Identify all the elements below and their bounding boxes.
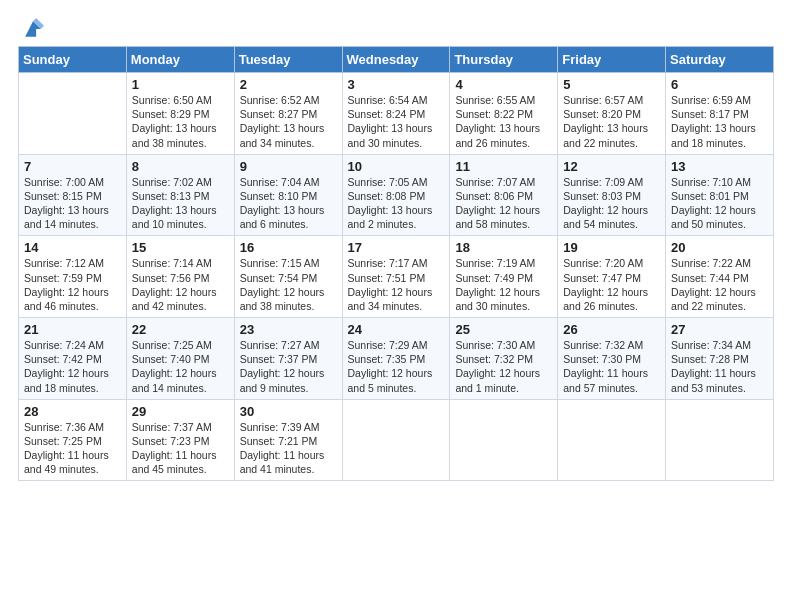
day-number: 6 — [671, 77, 768, 92]
day-number: 7 — [24, 159, 121, 174]
calendar-cell: 13Sunrise: 7:10 AM Sunset: 8:01 PM Dayli… — [666, 154, 774, 236]
day-number: 23 — [240, 322, 337, 337]
day-number: 17 — [348, 240, 445, 255]
day-number: 8 — [132, 159, 229, 174]
calendar-cell: 28Sunrise: 7:36 AM Sunset: 7:25 PM Dayli… — [19, 399, 127, 481]
weekday-header-monday: Monday — [126, 47, 234, 73]
cell-info: Sunrise: 7:00 AM Sunset: 8:15 PM Dayligh… — [24, 175, 121, 232]
day-number: 9 — [240, 159, 337, 174]
cell-info: Sunrise: 7:25 AM Sunset: 7:40 PM Dayligh… — [132, 338, 229, 395]
day-number: 20 — [671, 240, 768, 255]
cell-info: Sunrise: 7:12 AM Sunset: 7:59 PM Dayligh… — [24, 256, 121, 313]
calendar-cell: 10Sunrise: 7:05 AM Sunset: 8:08 PM Dayli… — [342, 154, 450, 236]
weekday-header-saturday: Saturday — [666, 47, 774, 73]
cell-info: Sunrise: 6:55 AM Sunset: 8:22 PM Dayligh… — [455, 93, 552, 150]
week-row-4: 21Sunrise: 7:24 AM Sunset: 7:42 PM Dayli… — [19, 318, 774, 400]
cell-info: Sunrise: 6:50 AM Sunset: 8:29 PM Dayligh… — [132, 93, 229, 150]
calendar-cell: 21Sunrise: 7:24 AM Sunset: 7:42 PM Dayli… — [19, 318, 127, 400]
header — [18, 18, 774, 40]
day-number: 27 — [671, 322, 768, 337]
calendar-cell: 26Sunrise: 7:32 AM Sunset: 7:30 PM Dayli… — [558, 318, 666, 400]
cell-info: Sunrise: 7:05 AM Sunset: 8:08 PM Dayligh… — [348, 175, 445, 232]
calendar-cell: 9Sunrise: 7:04 AM Sunset: 8:10 PM Daylig… — [234, 154, 342, 236]
cell-info: Sunrise: 7:27 AM Sunset: 7:37 PM Dayligh… — [240, 338, 337, 395]
day-number: 26 — [563, 322, 660, 337]
day-number: 28 — [24, 404, 121, 419]
day-number: 3 — [348, 77, 445, 92]
weekday-header-friday: Friday — [558, 47, 666, 73]
day-number: 1 — [132, 77, 229, 92]
day-number: 4 — [455, 77, 552, 92]
day-number: 5 — [563, 77, 660, 92]
weekday-header-wednesday: Wednesday — [342, 47, 450, 73]
day-number: 2 — [240, 77, 337, 92]
calendar-cell: 25Sunrise: 7:30 AM Sunset: 7:32 PM Dayli… — [450, 318, 558, 400]
logo-icon — [22, 18, 44, 40]
day-number: 10 — [348, 159, 445, 174]
day-number: 22 — [132, 322, 229, 337]
day-number: 18 — [455, 240, 552, 255]
weekday-header-row: SundayMondayTuesdayWednesdayThursdayFrid… — [19, 47, 774, 73]
calendar-cell: 7Sunrise: 7:00 AM Sunset: 8:15 PM Daylig… — [19, 154, 127, 236]
calendar-cell: 19Sunrise: 7:20 AM Sunset: 7:47 PM Dayli… — [558, 236, 666, 318]
cell-info: Sunrise: 7:02 AM Sunset: 8:13 PM Dayligh… — [132, 175, 229, 232]
cell-info: Sunrise: 7:24 AM Sunset: 7:42 PM Dayligh… — [24, 338, 121, 395]
cell-info: Sunrise: 7:22 AM Sunset: 7:44 PM Dayligh… — [671, 256, 768, 313]
week-row-1: 1Sunrise: 6:50 AM Sunset: 8:29 PM Daylig… — [19, 73, 774, 155]
calendar-cell: 15Sunrise: 7:14 AM Sunset: 7:56 PM Dayli… — [126, 236, 234, 318]
calendar-cell: 6Sunrise: 6:59 AM Sunset: 8:17 PM Daylig… — [666, 73, 774, 155]
day-number: 29 — [132, 404, 229, 419]
calendar-cell — [450, 399, 558, 481]
calendar-cell — [19, 73, 127, 155]
day-number: 30 — [240, 404, 337, 419]
day-number: 12 — [563, 159, 660, 174]
calendar-cell: 24Sunrise: 7:29 AM Sunset: 7:35 PM Dayli… — [342, 318, 450, 400]
week-row-5: 28Sunrise: 7:36 AM Sunset: 7:25 PM Dayli… — [19, 399, 774, 481]
cell-info: Sunrise: 7:32 AM Sunset: 7:30 PM Dayligh… — [563, 338, 660, 395]
day-number: 14 — [24, 240, 121, 255]
cell-info: Sunrise: 7:20 AM Sunset: 7:47 PM Dayligh… — [563, 256, 660, 313]
calendar-cell — [342, 399, 450, 481]
cell-info: Sunrise: 7:07 AM Sunset: 8:06 PM Dayligh… — [455, 175, 552, 232]
calendar-cell: 12Sunrise: 7:09 AM Sunset: 8:03 PM Dayli… — [558, 154, 666, 236]
cell-info: Sunrise: 7:36 AM Sunset: 7:25 PM Dayligh… — [24, 420, 121, 477]
calendar-cell: 30Sunrise: 7:39 AM Sunset: 7:21 PM Dayli… — [234, 399, 342, 481]
day-number: 11 — [455, 159, 552, 174]
calendar-cell: 5Sunrise: 6:57 AM Sunset: 8:20 PM Daylig… — [558, 73, 666, 155]
day-number: 15 — [132, 240, 229, 255]
weekday-header-thursday: Thursday — [450, 47, 558, 73]
calendar-cell: 14Sunrise: 7:12 AM Sunset: 7:59 PM Dayli… — [19, 236, 127, 318]
weekday-header-tuesday: Tuesday — [234, 47, 342, 73]
calendar-cell: 23Sunrise: 7:27 AM Sunset: 7:37 PM Dayli… — [234, 318, 342, 400]
cell-info: Sunrise: 7:34 AM Sunset: 7:28 PM Dayligh… — [671, 338, 768, 395]
cell-info: Sunrise: 6:54 AM Sunset: 8:24 PM Dayligh… — [348, 93, 445, 150]
calendar-cell: 16Sunrise: 7:15 AM Sunset: 7:54 PM Dayli… — [234, 236, 342, 318]
cell-info: Sunrise: 7:39 AM Sunset: 7:21 PM Dayligh… — [240, 420, 337, 477]
page: SundayMondayTuesdayWednesdayThursdayFrid… — [0, 0, 792, 612]
calendar-cell: 3Sunrise: 6:54 AM Sunset: 8:24 PM Daylig… — [342, 73, 450, 155]
week-row-3: 14Sunrise: 7:12 AM Sunset: 7:59 PM Dayli… — [19, 236, 774, 318]
week-row-2: 7Sunrise: 7:00 AM Sunset: 8:15 PM Daylig… — [19, 154, 774, 236]
calendar-cell: 22Sunrise: 7:25 AM Sunset: 7:40 PM Dayli… — [126, 318, 234, 400]
cell-info: Sunrise: 6:52 AM Sunset: 8:27 PM Dayligh… — [240, 93, 337, 150]
day-number: 16 — [240, 240, 337, 255]
cell-info: Sunrise: 7:15 AM Sunset: 7:54 PM Dayligh… — [240, 256, 337, 313]
calendar: SundayMondayTuesdayWednesdayThursdayFrid… — [18, 46, 774, 481]
day-number: 25 — [455, 322, 552, 337]
calendar-cell: 2Sunrise: 6:52 AM Sunset: 8:27 PM Daylig… — [234, 73, 342, 155]
day-number: 24 — [348, 322, 445, 337]
calendar-cell: 11Sunrise: 7:07 AM Sunset: 8:06 PM Dayli… — [450, 154, 558, 236]
cell-info: Sunrise: 7:17 AM Sunset: 7:51 PM Dayligh… — [348, 256, 445, 313]
calendar-cell — [558, 399, 666, 481]
calendar-cell: 27Sunrise: 7:34 AM Sunset: 7:28 PM Dayli… — [666, 318, 774, 400]
calendar-cell: 29Sunrise: 7:37 AM Sunset: 7:23 PM Dayli… — [126, 399, 234, 481]
cell-info: Sunrise: 7:14 AM Sunset: 7:56 PM Dayligh… — [132, 256, 229, 313]
cell-info: Sunrise: 7:29 AM Sunset: 7:35 PM Dayligh… — [348, 338, 445, 395]
day-number: 19 — [563, 240, 660, 255]
cell-info: Sunrise: 7:37 AM Sunset: 7:23 PM Dayligh… — [132, 420, 229, 477]
cell-info: Sunrise: 7:09 AM Sunset: 8:03 PM Dayligh… — [563, 175, 660, 232]
day-number: 21 — [24, 322, 121, 337]
cell-info: Sunrise: 6:57 AM Sunset: 8:20 PM Dayligh… — [563, 93, 660, 150]
calendar-cell: 1Sunrise: 6:50 AM Sunset: 8:29 PM Daylig… — [126, 73, 234, 155]
calendar-cell: 20Sunrise: 7:22 AM Sunset: 7:44 PM Dayli… — [666, 236, 774, 318]
